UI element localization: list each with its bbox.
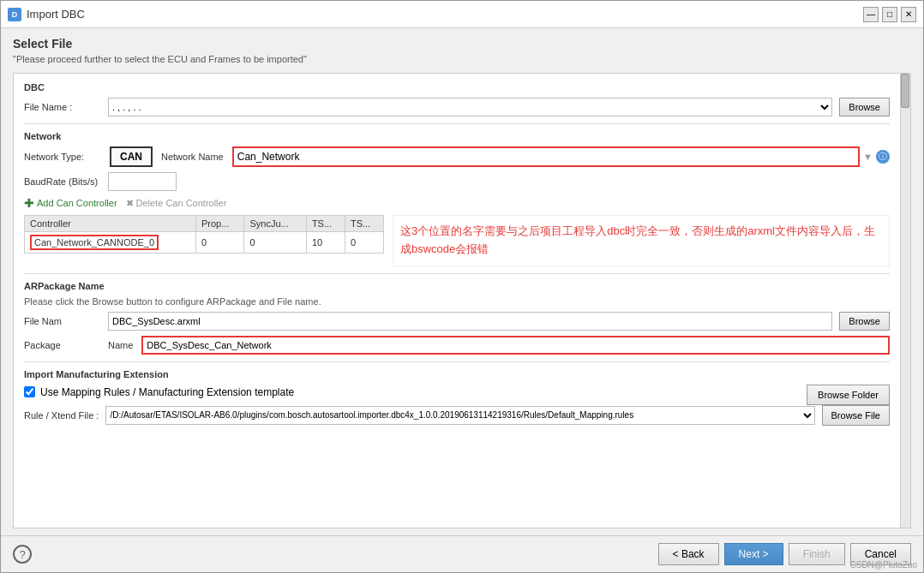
main-window: D Import DBC — □ ✕ Select File "Please p… xyxy=(0,0,924,573)
baudrate-input[interactable] xyxy=(108,172,177,191)
network-name-label: Network Name xyxy=(161,152,224,162)
arpackage-description: Please click the Browse button to config… xyxy=(24,296,890,307)
bottom-left: ? xyxy=(13,545,32,564)
mfg-checkbox-label: Use Mapping Rules / Manufacturing Extens… xyxy=(40,386,294,398)
browse-file-button[interactable]: Browse File xyxy=(822,405,890,426)
annotation-text: 这3个位置的名字需要与之后项目工程导入dbc时完全一致，否则生成的arxml文件… xyxy=(400,224,875,255)
baudrate-label: BaudRate (Bits/s) xyxy=(24,176,101,187)
network-name-input[interactable] xyxy=(232,146,860,167)
rule-label: Rule / Xtend File : xyxy=(24,410,99,421)
controller-name-highlighted: Can_Network_CANNODE_0 xyxy=(30,235,159,250)
add-can-controller-link[interactable]: ✚ Add Can Controller xyxy=(24,196,117,210)
maximize-button[interactable]: □ xyxy=(882,7,897,22)
title-bar-left: D Import DBC xyxy=(8,8,85,21)
controller-table: Controller Prop... SyncJu... TS... TS... xyxy=(24,215,384,254)
minimize-button[interactable]: — xyxy=(863,7,879,22)
rule-select[interactable]: /D:/Autosar/ETAS/ISOLAR-AB6.0/plugins/co… xyxy=(105,406,814,425)
page-title: Select File xyxy=(13,37,911,51)
network-type-value[interactable]: CAN xyxy=(110,146,153,167)
content-area: Select File "Please proceed further to s… xyxy=(1,28,923,535)
arpackage-browse-button[interactable]: Browse xyxy=(839,312,890,331)
package-name-input[interactable] xyxy=(141,336,890,355)
file-name-label: File Name : xyxy=(24,102,101,112)
window-title: Import DBC xyxy=(27,8,85,21)
arpackage-file-input[interactable] xyxy=(108,312,832,331)
syncju-cell: 0 xyxy=(244,232,306,254)
prop-cell: 0 xyxy=(196,232,244,254)
app-icon: D xyxy=(8,8,21,21)
next-button[interactable]: Next > xyxy=(724,543,783,565)
package-label: Package xyxy=(24,340,101,350)
th-prop: Prop... xyxy=(196,216,244,232)
arpackage-file-row: File Nam Browse xyxy=(24,312,890,331)
mfg-label: Import Manufacturing Extension xyxy=(24,369,890,379)
th-ts2: TS... xyxy=(345,216,383,232)
arpackage-label: ARPackage Name xyxy=(24,281,890,291)
th-ts1: TS... xyxy=(306,216,345,232)
arpackage-package-row: Package Name xyxy=(24,336,890,355)
controller-name-cell: Can_Network_CANNODE_0 xyxy=(25,232,196,254)
file-name-select[interactable]: . , . , . . xyxy=(108,98,832,116)
network-type-label: Network Type: xyxy=(24,152,101,162)
package-name-inner-label: Name xyxy=(108,340,133,350)
th-controller: Controller xyxy=(25,216,196,232)
finish-button[interactable]: Finish xyxy=(789,543,845,565)
baudrate-row: BaudRate (Bits/s) xyxy=(24,172,890,191)
arpackage-file-label: File Nam xyxy=(24,316,101,326)
delete-can-controller-link[interactable]: ✖ Delete Can Controller xyxy=(126,196,227,210)
help-button[interactable]: ? xyxy=(13,545,32,564)
watermark: CSDN@PlutoZuo xyxy=(849,560,917,570)
annotation-box: 这3个位置的名字需要与之后项目工程导入dbc时完全一致，否则生成的arxml文件… xyxy=(393,215,890,266)
ts1-cell: 10 xyxy=(306,232,345,254)
title-controls: — □ ✕ xyxy=(863,7,916,22)
network-section-label: Network xyxy=(24,131,890,141)
plus-icon: ✚ xyxy=(24,196,34,210)
scrollbar[interactable] xyxy=(900,74,910,528)
dbc-file-row: File Name : . , . , . . Browse xyxy=(24,98,890,116)
title-bar: D Import DBC — □ ✕ xyxy=(1,1,923,28)
dbc-browse-button[interactable]: Browse xyxy=(839,98,890,116)
delete-icon: ✖ xyxy=(126,198,134,209)
dbc-section-label: DBC xyxy=(24,82,890,93)
ts2-cell: 0 xyxy=(345,232,383,254)
info-icon[interactable]: ⓘ xyxy=(876,150,890,164)
rule-row: Rule / Xtend File : /D:/Autosar/ETAS/ISO… xyxy=(24,405,890,426)
back-button[interactable]: < Back xyxy=(658,543,719,565)
browse-folder-button[interactable]: Browse Folder xyxy=(807,385,890,405)
mfg-checkbox[interactable] xyxy=(24,386,35,397)
mfg-section: Import Manufacturing Extension Use Mappi… xyxy=(24,369,890,426)
table-row[interactable]: Can_Network_CANNODE_0 0 0 10 0 xyxy=(25,232,384,254)
close-button[interactable]: ✕ xyxy=(901,7,916,22)
arpackage-section: ARPackage Name Please click the Browse b… xyxy=(24,281,890,355)
bottom-bar: ? < Back Next > Finish Cancel xyxy=(1,535,923,572)
controller-links: ✚ Add Can Controller ✖ Delete Can Contro… xyxy=(24,196,890,210)
page-subtitle: "Please proceed further to select the EC… xyxy=(13,54,911,64)
mfg-checkbox-row: Use Mapping Rules / Manufacturing Extens… xyxy=(24,386,294,398)
network-type-row: Network Type: CAN Network Name ▼ ⓘ xyxy=(24,146,890,167)
th-syncju: SyncJu... xyxy=(244,216,306,232)
controller-area: Controller Prop... SyncJu... TS... TS... xyxy=(24,215,890,266)
